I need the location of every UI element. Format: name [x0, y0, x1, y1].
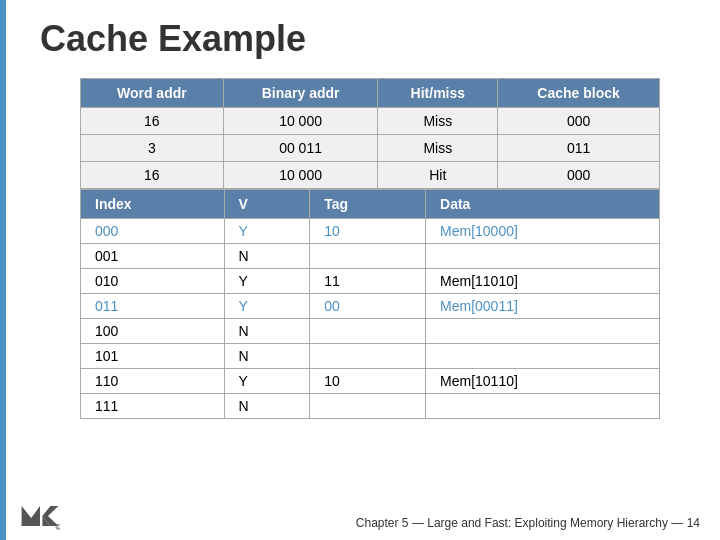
top-table-header: Binary addr — [223, 79, 378, 108]
table-row: 110Y10Mem[10110] — [81, 369, 660, 394]
footer-text: Chapter 5 — Large and Fast: Exploiting M… — [356, 516, 700, 530]
bottom-table-header: Index — [81, 190, 225, 219]
svg-marker-0 — [22, 506, 40, 526]
table-row: 111N — [81, 394, 660, 419]
table-row: 100N — [81, 319, 660, 344]
table-row: 000Y10Mem[10000] — [81, 219, 660, 244]
table-row: 1610 000Miss000 — [81, 108, 660, 135]
bottom-table: IndexVTagData 000Y10Mem[10000]001N010Y11… — [80, 189, 660, 419]
bottom-table-header: Data — [426, 190, 660, 219]
top-table: Word addrBinary addrHit/missCache block … — [80, 78, 660, 189]
table-row: 001N — [81, 244, 660, 269]
bottom-table-header: V — [224, 190, 310, 219]
top-table-header: Hit/miss — [378, 79, 498, 108]
table-row: 1610 000Hit000 — [81, 162, 660, 189]
table-row: 101N — [81, 344, 660, 369]
bottom-table-header: Tag — [310, 190, 426, 219]
page-title: Cache Example — [40, 18, 700, 60]
logo: R — [20, 502, 60, 530]
table-row: 011Y00Mem[00011] — [81, 294, 660, 319]
top-table-header: Word addr — [81, 79, 224, 108]
table-row: 300 011Miss011 — [81, 135, 660, 162]
table-row: 010Y11Mem[11010] — [81, 269, 660, 294]
accent-bar — [0, 0, 6, 540]
top-table-header: Cache block — [498, 79, 660, 108]
